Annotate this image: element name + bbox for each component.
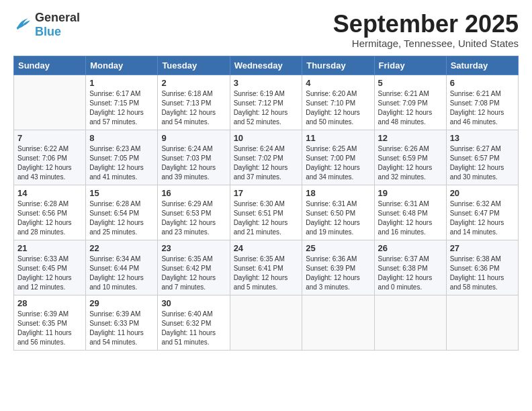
cell-info: Sunrise: 6:18 AM Sunset: 7:13 PM Dayligh… [161, 89, 226, 127]
calendar-cell: 3Sunrise: 6:19 AM Sunset: 7:12 PM Daylig… [230, 75, 302, 130]
logo-blue-text: Blue [35, 25, 80, 39]
cell-info: Sunrise: 6:24 AM Sunset: 7:02 PM Dayligh… [234, 144, 299, 182]
day-number: 24 [234, 243, 299, 253]
cell-info: Sunrise: 6:33 AM Sunset: 6:45 PM Dayligh… [17, 255, 82, 292]
cell-info: Sunrise: 6:17 AM Sunset: 7:15 PM Dayligh… [89, 89, 154, 127]
cell-info: Sunrise: 6:25 AM Sunset: 7:00 PM Dayligh… [306, 144, 370, 182]
cell-info: Sunrise: 6:26 AM Sunset: 6:59 PM Dayligh… [378, 144, 443, 182]
cell-info: Sunrise: 6:28 AM Sunset: 6:56 PM Dayligh… [17, 199, 82, 237]
day-number: 15 [89, 188, 154, 198]
cell-info: Sunrise: 6:28 AM Sunset: 6:54 PM Dayligh… [89, 199, 154, 237]
cell-info: Sunrise: 6:19 AM Sunset: 7:12 PM Dayligh… [234, 89, 299, 127]
calendar-cell: 2Sunrise: 6:18 AM Sunset: 7:13 PM Daylig… [158, 75, 230, 130]
cell-info: Sunrise: 6:22 AM Sunset: 7:06 PM Dayligh… [17, 144, 82, 182]
calendar-cell: 11Sunrise: 6:25 AM Sunset: 7:00 PM Dayli… [302, 130, 374, 185]
week-row-3: 14Sunrise: 6:28 AM Sunset: 6:56 PM Dayli… [14, 185, 519, 240]
month-title: September 2025 [333, 11, 519, 38]
calendar-cell: 15Sunrise: 6:28 AM Sunset: 6:54 PM Dayli… [86, 185, 158, 240]
weekday-header-thursday: Thursday [302, 56, 374, 75]
cell-info: Sunrise: 6:31 AM Sunset: 6:48 PM Dayligh… [378, 199, 443, 237]
calendar-cell: 22Sunrise: 6:34 AM Sunset: 6:44 PM Dayli… [86, 240, 158, 295]
calendar-cell [374, 295, 446, 350]
day-number: 21 [17, 243, 82, 253]
day-number: 29 [89, 298, 154, 308]
day-number: 26 [378, 243, 443, 253]
calendar-cell: 30Sunrise: 6:40 AM Sunset: 6:32 PM Dayli… [158, 295, 230, 350]
weekday-header-wednesday: Wednesday [230, 56, 302, 75]
day-number: 17 [234, 188, 299, 198]
calendar-cell: 16Sunrise: 6:29 AM Sunset: 6:53 PM Dayli… [158, 185, 230, 240]
calendar-cell [302, 295, 374, 350]
calendar-cell: 25Sunrise: 6:36 AM Sunset: 6:39 PM Dayli… [302, 240, 374, 295]
week-row-2: 7Sunrise: 6:22 AM Sunset: 7:06 PM Daylig… [14, 130, 519, 185]
cell-info: Sunrise: 6:39 AM Sunset: 6:33 PM Dayligh… [89, 310, 154, 347]
day-number: 12 [378, 133, 443, 143]
day-number: 28 [17, 298, 82, 308]
day-number: 20 [450, 188, 515, 198]
cell-info: Sunrise: 6:21 AM Sunset: 7:08 PM Dayligh… [450, 89, 515, 127]
calendar-cell: 6Sunrise: 6:21 AM Sunset: 7:08 PM Daylig… [446, 75, 518, 130]
cell-info: Sunrise: 6:30 AM Sunset: 6:51 PM Dayligh… [234, 199, 299, 237]
weekday-header-monday: Monday [86, 56, 158, 75]
day-number: 25 [306, 243, 370, 253]
week-row-5: 28Sunrise: 6:39 AM Sunset: 6:35 PM Dayli… [14, 295, 519, 350]
calendar-cell [230, 295, 302, 350]
day-number: 1 [89, 78, 154, 88]
cell-info: Sunrise: 6:20 AM Sunset: 7:10 PM Dayligh… [306, 89, 370, 127]
day-number: 27 [450, 243, 515, 253]
cell-info: Sunrise: 6:27 AM Sunset: 6:57 PM Dayligh… [450, 144, 515, 182]
calendar-cell: 14Sunrise: 6:28 AM Sunset: 6:56 PM Dayli… [14, 185, 86, 240]
location-title: Hermitage, Tennessee, United States [333, 38, 519, 49]
calendar-cell: 29Sunrise: 6:39 AM Sunset: 6:33 PM Dayli… [86, 295, 158, 350]
calendar-cell: 24Sunrise: 6:35 AM Sunset: 6:41 PM Dayli… [230, 240, 302, 295]
calendar-cell: 8Sunrise: 6:23 AM Sunset: 7:05 PM Daylig… [86, 130, 158, 185]
calendar-cell: 4Sunrise: 6:20 AM Sunset: 7:10 PM Daylig… [302, 75, 374, 130]
weekday-header-tuesday: Tuesday [158, 56, 230, 75]
weekday-header-friday: Friday [374, 56, 446, 75]
calendar-cell: 9Sunrise: 6:24 AM Sunset: 7:03 PM Daylig… [158, 130, 230, 185]
day-number: 4 [306, 78, 370, 88]
day-number: 6 [450, 78, 515, 88]
day-number: 22 [89, 243, 154, 253]
calendar-cell: 10Sunrise: 6:24 AM Sunset: 7:02 PM Dayli… [230, 130, 302, 185]
cell-info: Sunrise: 6:35 AM Sunset: 6:41 PM Dayligh… [234, 255, 299, 292]
week-row-4: 21Sunrise: 6:33 AM Sunset: 6:45 PM Dayli… [14, 240, 519, 295]
day-number: 7 [17, 133, 82, 143]
calendar-cell: 18Sunrise: 6:31 AM Sunset: 6:50 PM Dayli… [302, 185, 374, 240]
day-number: 2 [161, 78, 226, 88]
calendar-cell: 19Sunrise: 6:31 AM Sunset: 6:48 PM Dayli… [374, 185, 446, 240]
day-number: 3 [234, 78, 299, 88]
calendar-cell: 12Sunrise: 6:26 AM Sunset: 6:59 PM Dayli… [374, 130, 446, 185]
day-number: 8 [89, 133, 154, 143]
weekday-header-sunday: Sunday [14, 56, 86, 75]
logo-general-text: General [35, 11, 80, 25]
header: General Blue September 2025 Hermitage, T… [13, 11, 519, 49]
day-number: 13 [450, 133, 515, 143]
day-number: 5 [378, 78, 443, 88]
day-number: 16 [161, 188, 226, 198]
title-area: September 2025 Hermitage, Tennessee, Uni… [333, 11, 519, 49]
calendar-cell: 21Sunrise: 6:33 AM Sunset: 6:45 PM Dayli… [14, 240, 86, 295]
cell-info: Sunrise: 6:38 AM Sunset: 6:36 PM Dayligh… [450, 255, 515, 292]
cell-info: Sunrise: 6:36 AM Sunset: 6:39 PM Dayligh… [306, 255, 370, 292]
cell-info: Sunrise: 6:23 AM Sunset: 7:05 PM Dayligh… [89, 144, 154, 182]
calendar-cell: 5Sunrise: 6:21 AM Sunset: 7:09 PM Daylig… [374, 75, 446, 130]
calendar-cell [446, 295, 518, 350]
week-row-1: 1Sunrise: 6:17 AM Sunset: 7:15 PM Daylig… [14, 75, 519, 130]
cell-info: Sunrise: 6:31 AM Sunset: 6:50 PM Dayligh… [306, 199, 370, 237]
calendar-cell: 28Sunrise: 6:39 AM Sunset: 6:35 PM Dayli… [14, 295, 86, 350]
calendar-cell: 1Sunrise: 6:17 AM Sunset: 7:15 PM Daylig… [86, 75, 158, 130]
calendar-cell: 20Sunrise: 6:32 AM Sunset: 6:47 PM Dayli… [446, 185, 518, 240]
day-number: 30 [161, 298, 226, 308]
calendar-cell [14, 75, 86, 130]
cell-info: Sunrise: 6:32 AM Sunset: 6:47 PM Dayligh… [450, 199, 515, 237]
cell-info: Sunrise: 6:35 AM Sunset: 6:42 PM Dayligh… [161, 255, 226, 292]
cell-info: Sunrise: 6:37 AM Sunset: 6:38 PM Dayligh… [378, 255, 443, 292]
cell-info: Sunrise: 6:40 AM Sunset: 6:32 PM Dayligh… [161, 310, 226, 347]
day-number: 14 [17, 188, 82, 198]
calendar-cell: 27Sunrise: 6:38 AM Sunset: 6:36 PM Dayli… [446, 240, 518, 295]
day-number: 10 [234, 133, 299, 143]
cell-info: Sunrise: 6:21 AM Sunset: 7:09 PM Dayligh… [378, 89, 443, 127]
calendar-cell: 7Sunrise: 6:22 AM Sunset: 7:06 PM Daylig… [14, 130, 86, 185]
calendar-cell: 26Sunrise: 6:37 AM Sunset: 6:38 PM Dayli… [374, 240, 446, 295]
